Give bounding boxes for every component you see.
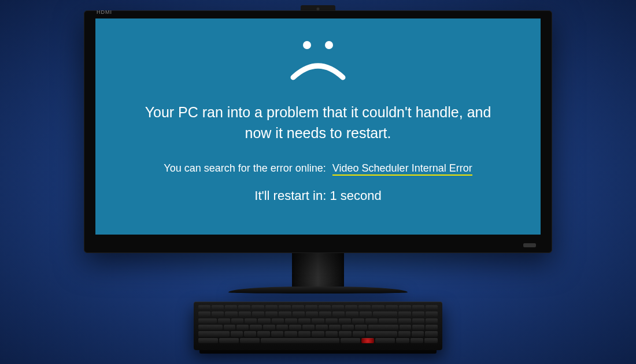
keyboard-key[interactable] bbox=[198, 318, 217, 324]
keyboard-key[interactable] bbox=[358, 305, 371, 310]
keyboard-key[interactable] bbox=[305, 305, 317, 310]
keyboard-key[interactable] bbox=[398, 331, 411, 336]
keyboard-key[interactable] bbox=[329, 325, 341, 330]
monitor-brand-label: HDMI bbox=[97, 9, 112, 15]
keyboard-key[interactable] bbox=[272, 318, 284, 324]
keyboard-key[interactable] bbox=[240, 338, 260, 343]
keyboard-key[interactable] bbox=[238, 305, 250, 310]
keyboard-key[interactable] bbox=[398, 311, 411, 317]
keyboard-key[interactable] bbox=[426, 318, 438, 324]
keyboard-key[interactable] bbox=[284, 331, 297, 336]
keyboard-key[interactable] bbox=[342, 325, 354, 330]
keyboard-key[interactable] bbox=[212, 311, 224, 317]
keyboard-key[interactable] bbox=[332, 305, 344, 310]
keyboard-key[interactable] bbox=[368, 325, 398, 330]
keyboard-key[interactable] bbox=[231, 331, 243, 336]
keyboard-key[interactable] bbox=[412, 325, 424, 330]
keyboard-key[interactable] bbox=[258, 318, 270, 324]
keyboard-key[interactable] bbox=[346, 311, 358, 317]
keyboard-key[interactable] bbox=[279, 311, 291, 317]
keyboard-key[interactable] bbox=[411, 338, 424, 343]
keyboard-key[interactable] bbox=[398, 318, 411, 324]
keyboard-key[interactable] bbox=[339, 331, 351, 336]
keyboard-key[interactable] bbox=[312, 318, 324, 324]
keyboard-key[interactable] bbox=[279, 305, 291, 310]
keyboard-accent-key[interactable] bbox=[361, 338, 375, 343]
keyboard-key[interactable] bbox=[252, 305, 264, 310]
keyboard-key[interactable] bbox=[250, 325, 262, 330]
keyboard-key[interactable] bbox=[375, 338, 395, 343]
keyboard-key[interactable] bbox=[316, 325, 328, 330]
keyboard-key[interactable] bbox=[198, 311, 210, 317]
keyboard-key[interactable] bbox=[306, 311, 318, 317]
keyboard-row bbox=[198, 331, 438, 336]
keyboard-key[interactable] bbox=[386, 305, 398, 310]
keyboard-key[interactable] bbox=[225, 311, 237, 317]
keyboard-key[interactable] bbox=[298, 331, 310, 336]
keyboard-key[interactable] bbox=[245, 318, 257, 324]
keyboard-key[interactable] bbox=[425, 331, 437, 336]
keyboard-key[interactable] bbox=[225, 305, 237, 310]
keyboard-key[interactable] bbox=[302, 325, 315, 330]
keyboard-key[interactable] bbox=[412, 331, 424, 336]
keyboard-key[interactable] bbox=[271, 331, 283, 336]
keyboard-key[interactable] bbox=[285, 318, 297, 324]
keyboard-key[interactable] bbox=[326, 331, 338, 336]
keyboard-key[interactable] bbox=[372, 305, 384, 310]
keyboard-key[interactable] bbox=[292, 305, 304, 310]
keyboard-key[interactable] bbox=[339, 318, 351, 324]
keyboard-key[interactable] bbox=[252, 311, 264, 317]
keyboard-key[interactable] bbox=[365, 318, 378, 324]
keyboard-key[interactable] bbox=[412, 305, 424, 310]
keyboard-key[interactable] bbox=[319, 311, 331, 317]
keyboard-key[interactable] bbox=[424, 338, 438, 343]
keyboard-key[interactable] bbox=[265, 305, 278, 310]
keyboard-key[interactable] bbox=[366, 331, 397, 336]
keyboard[interactable] bbox=[194, 302, 442, 350]
keyboard-key[interactable] bbox=[289, 325, 301, 330]
keyboard-key[interactable] bbox=[263, 325, 275, 330]
keyboard-key[interactable] bbox=[345, 305, 357, 310]
keyboard-key[interactable] bbox=[239, 311, 251, 317]
keyboard-key[interactable] bbox=[257, 331, 269, 336]
keyboard-key[interactable] bbox=[198, 331, 230, 336]
keyboard-key[interactable] bbox=[360, 311, 372, 317]
keyboard-spacebar[interactable] bbox=[261, 338, 339, 343]
keyboard-key[interactable] bbox=[326, 318, 338, 324]
monitor-power-button[interactable] bbox=[523, 243, 536, 247]
keyboard-key[interactable] bbox=[341, 338, 360, 343]
keyboard-key[interactable] bbox=[426, 305, 438, 310]
keyboard-key[interactable] bbox=[276, 325, 289, 330]
keyboard-key[interactable] bbox=[212, 305, 224, 310]
keyboard-key[interactable] bbox=[198, 305, 210, 310]
keyboard-key[interactable] bbox=[198, 338, 218, 343]
keyboard-key[interactable] bbox=[265, 311, 278, 317]
keyboard-key[interactable] bbox=[218, 318, 230, 324]
keyboard-key[interactable] bbox=[412, 318, 424, 324]
keyboard-key[interactable] bbox=[198, 325, 223, 330]
keyboard-key[interactable] bbox=[412, 311, 424, 317]
keyboard-key[interactable] bbox=[396, 338, 409, 343]
bsod-restart-label: It'll restart in: bbox=[254, 188, 326, 203]
keyboard-key[interactable] bbox=[399, 305, 411, 310]
keyboard-key[interactable] bbox=[219, 338, 239, 343]
keyboard-key[interactable] bbox=[244, 331, 256, 336]
keyboard-key[interactable] bbox=[298, 318, 310, 324]
keyboard-key[interactable] bbox=[379, 318, 397, 324]
keyboard-key[interactable] bbox=[224, 325, 236, 330]
keyboard-key[interactable] bbox=[400, 325, 412, 330]
keyboard-key[interactable] bbox=[236, 325, 249, 330]
keyboard-key[interactable] bbox=[426, 325, 438, 330]
keyboard-key[interactable] bbox=[293, 311, 305, 317]
keyboard-key[interactable] bbox=[312, 331, 324, 336]
keyboard-row bbox=[198, 318, 438, 324]
keyboard-key[interactable] bbox=[332, 311, 345, 317]
keyboard-key[interactable] bbox=[353, 331, 365, 336]
keyboard-key[interactable] bbox=[373, 311, 397, 317]
keyboard-key[interactable] bbox=[426, 311, 438, 317]
keyboard-key[interactable] bbox=[319, 305, 331, 310]
keyboard-key[interactable] bbox=[352, 318, 364, 324]
keyboard-row bbox=[198, 311, 438, 317]
keyboard-key[interactable] bbox=[231, 318, 243, 324]
keyboard-key[interactable] bbox=[355, 325, 367, 330]
